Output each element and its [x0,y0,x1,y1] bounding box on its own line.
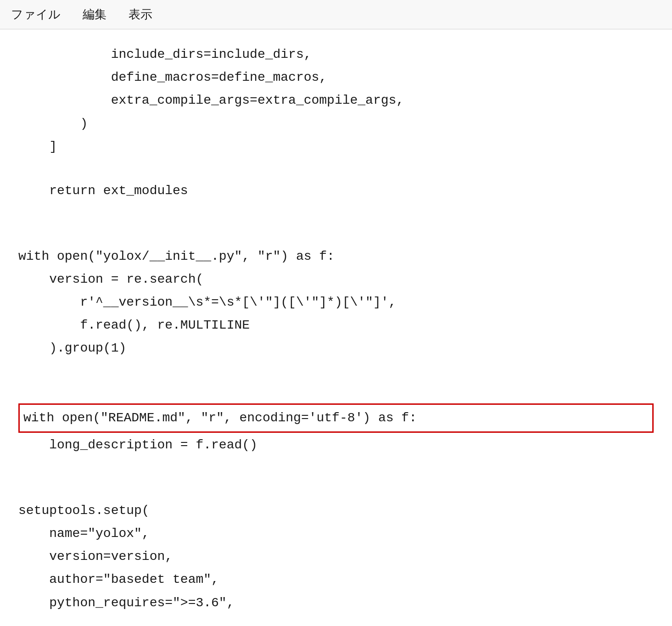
code-empty-line [18,457,654,478]
code-line: r'^__version__\s*=\s*[\'"]([\'"]*)[\'"]'… [18,291,654,314]
code-empty-line [18,224,654,245]
code-line: long_description = f.read() [18,434,654,457]
code-empty-line [18,381,654,402]
code-line: ).group(1) [18,337,654,360]
code-line: f.read(), re.MULTILINE [18,314,654,337]
menu-bar: ファイル 編集 表示 [0,0,672,29]
code-empty-line [18,478,654,499]
menu-item-view[interactable]: 表示 [129,6,152,22]
code-area: include_dirs=include_dirs, define_macros… [0,29,672,626]
code-line: with open("yolox/__init__.py", "r") as f… [18,245,654,268]
code-empty-line [18,158,654,179]
code-line: author="basedet team", [18,568,654,591]
code-line: version=version, [18,545,654,568]
code-line: define_macros=define_macros, [18,66,654,89]
menu-item-file[interactable]: ファイル [11,6,61,22]
code-line: python_requires=">=3.6", [18,592,654,615]
code-line: ) [18,112,654,135]
code-line: version = re.search( [18,268,654,291]
code-empty-line [18,202,654,224]
code-line: extra_compile_args=extra_compile_args, [18,89,654,112]
code-empty-line [18,360,654,381]
code-line: include_dirs=include_dirs, [18,43,654,66]
code-line: return ext_modules [18,179,654,202]
menu-item-edit[interactable]: 編集 [83,6,106,22]
code-highlighted-line: with open("README.md", "r", encoding='ut… [18,403,654,433]
code-line: setuptools.setup( [18,499,654,522]
code-line: name="yolox", [18,522,654,545]
code-line: ] [18,135,654,158]
